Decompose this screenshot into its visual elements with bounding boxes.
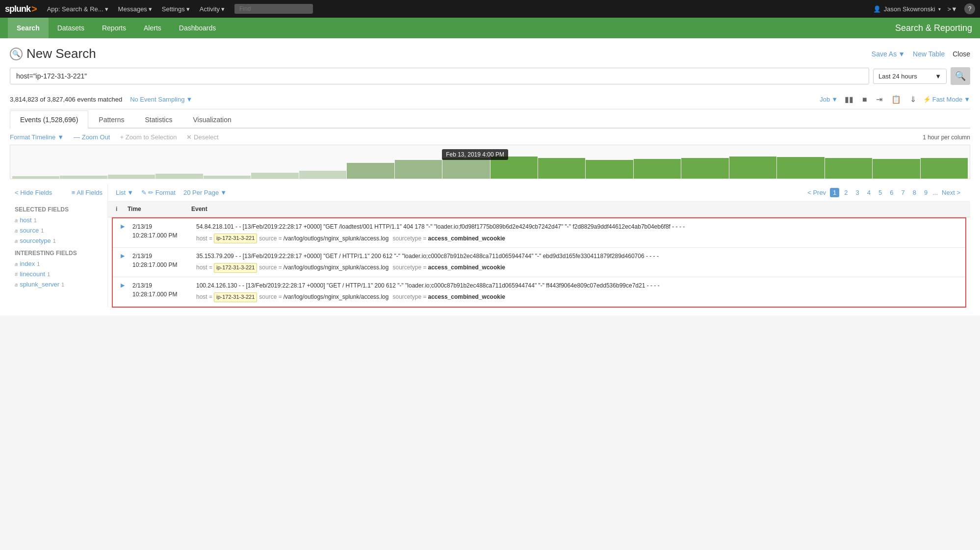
all-fields-button[interactable]: ≡ All Fields [72, 189, 103, 196]
logo[interactable]: splunk > [5, 3, 37, 15]
events-table-header: i Time Event [108, 202, 970, 217]
field-pair-source-3: source = /var/log/outlogs/nginx_splunk/a… [259, 292, 388, 302]
field-splunk-server[interactable]: a splunk_server 1 [10, 279, 107, 289]
tab-visualization[interactable]: Visualization [182, 110, 241, 129]
event-row: ▶ 2/13/1910:28:17.000 PM 54.84.218.101 -… [113, 218, 965, 248]
timeline-bar[interactable] [873, 159, 920, 179]
save-as-button[interactable]: Save As ▼ [872, 50, 905, 58]
timeline-bar[interactable] [586, 160, 633, 179]
page-7[interactable]: 7 [899, 188, 908, 197]
page-2[interactable]: 2 [841, 188, 851, 197]
timeline-bar[interactable] [825, 158, 872, 179]
timeline-bar[interactable] [442, 158, 490, 179]
expand-arrow-3[interactable]: ▶ [121, 282, 125, 288]
interesting-fields-title: Interesting Fields [10, 246, 107, 259]
messages-menu[interactable]: Messages ▾ [114, 5, 156, 13]
page-6[interactable]: 6 [887, 188, 896, 197]
zoom-out-button[interactable]: — Zoom Out [74, 133, 110, 141]
new-table-button[interactable]: New Table [913, 50, 945, 58]
app-selector[interactable]: App: Search & Re... ▾ [43, 5, 112, 13]
find-input[interactable] [234, 4, 313, 14]
timeline-bar[interactable] [204, 176, 251, 179]
expand-col-2: ▶ [121, 252, 132, 259]
nav-alerts[interactable]: Alerts [135, 18, 170, 38]
format-timeline-button[interactable]: Format Timeline ▼ [10, 133, 64, 141]
close-button[interactable]: Close [953, 50, 970, 58]
field-sourcetype[interactable]: a sourcetype 1 [10, 236, 107, 246]
col-event-header: Event [191, 205, 962, 214]
timeline-bar[interactable] [681, 158, 728, 179]
tab-patterns[interactable]: Patterns [88, 110, 134, 129]
job-button[interactable]: Job ▼ [820, 96, 838, 103]
nav-reports[interactable]: Reports [93, 18, 135, 38]
tab-statistics[interactable]: Statistics [134, 110, 182, 129]
field-pair-host-2: host = ip-172-31-3-221 [196, 263, 257, 273]
pagination: < Prev 1 2 3 4 5 6 7 8 9 ... Next > [805, 188, 962, 197]
expand-arrow-1[interactable]: ▶ [121, 223, 125, 230]
timeline-bar[interactable] [108, 175, 155, 179]
per-page-button[interactable]: 20 Per Page ▼ [183, 189, 227, 196]
event-fields-2: host = ip-172-31-3-221 source = /var/log… [196, 263, 957, 273]
page-4[interactable]: 4 [864, 188, 874, 197]
events-panel: List ▼ ✎ ✏ Format 20 Per Page ▼ < Prev 1… [108, 184, 970, 308]
nav-dashboards[interactable]: Dashboards [170, 18, 225, 38]
page-5[interactable]: 5 [876, 188, 885, 197]
zoom-to-selection-button[interactable]: + Zoom to Selection [120, 133, 177, 141]
timeline-bar[interactable] [921, 158, 968, 179]
nav-datasets[interactable]: Datasets [49, 18, 93, 38]
pagination-dots: ... [932, 189, 938, 196]
time-picker[interactable]: Last 24 hours ▼ [873, 69, 947, 84]
field-host[interactable]: a host 1 [10, 215, 107, 225]
fast-mode-button[interactable]: ⚡ Fast Mode ▼ [923, 96, 970, 103]
page-9[interactable]: 9 [921, 188, 930, 197]
download-button[interactable]: ⇓ [908, 94, 918, 105]
field-source[interactable]: a source 1 [10, 225, 107, 236]
nav-search[interactable]: Search [8, 18, 49, 38]
timeline-chart[interactable]: Feb 13, 2019 4:00 PM [10, 145, 970, 179]
field-pair-host-3: host = ip-172-31-3-221 [196, 292, 257, 302]
timeline-bar[interactable] [634, 159, 681, 179]
timeline-bar[interactable] [299, 171, 346, 179]
timeline-bar[interactable] [347, 163, 394, 179]
events-matched-text: 3,814,823 of 3,827,406 events matched [10, 96, 122, 103]
page-1[interactable]: 1 [830, 188, 839, 197]
left-panel: < Hide Fields ≡ All Fields Selected Fiel… [10, 184, 108, 308]
search-button[interactable]: 🔍 [951, 67, 970, 85]
format-button[interactable]: ✎ ✏ Format [141, 189, 176, 196]
timeline-bar[interactable] [251, 173, 298, 179]
page-8[interactable]: 8 [910, 188, 919, 197]
expand-arrow-2[interactable]: ▶ [121, 253, 125, 259]
logo-text: splunk [5, 4, 30, 14]
field-index[interactable]: a index 1 [10, 259, 107, 269]
forward-button[interactable]: ⇥ [874, 94, 884, 105]
page-3[interactable]: 3 [853, 188, 862, 197]
field-linecount[interactable]: # linecount 1 [10, 269, 107, 279]
sampling-button[interactable]: No Event Sampling ▼ [130, 96, 192, 103]
timeline-bar[interactable] [60, 176, 107, 179]
prev-button[interactable]: < Prev [805, 188, 828, 197]
timeline-bar[interactable] [729, 157, 776, 179]
share-button[interactable]: 📋 [889, 94, 903, 105]
user-area[interactable]: 👤 Jason Skowronski ▾ >▼ ? [873, 3, 975, 14]
settings-menu[interactable]: Settings ▾ [158, 5, 194, 13]
more-menu[interactable]: >▼ [948, 5, 957, 13]
timeline-bar[interactable] [155, 174, 203, 179]
timeline-bar[interactable] [777, 157, 824, 179]
timeline-bar[interactable] [395, 160, 442, 179]
hide-fields-button[interactable]: < Hide Fields [15, 189, 52, 196]
event-fields-3: host = ip-172-31-3-221 source = /var/log… [196, 292, 957, 302]
timeline-bar[interactable] [12, 176, 59, 179]
activity-menu[interactable]: Activity ▾ [196, 5, 229, 13]
stop-button[interactable]: ■ [860, 94, 869, 105]
next-button[interactable]: Next > [940, 188, 962, 197]
main-content: 🔍 New Search Save As ▼ New Table Close L… [0, 38, 980, 315]
tab-events[interactable]: Events (1,528,696) [10, 110, 88, 129]
search-input[interactable] [10, 68, 869, 84]
timeline-bar[interactable] [538, 158, 585, 179]
deselect-button[interactable]: ✕ Deselect [186, 133, 218, 141]
tabs-row: Events (1,528,696) Patterns Statistics V… [10, 110, 970, 129]
save-as-chevron: ▼ [898, 50, 905, 58]
pause-button[interactable]: ▮▮ [843, 94, 855, 105]
list-button[interactable]: List ▼ [116, 189, 133, 196]
help-icon[interactable]: ? [964, 3, 975, 14]
